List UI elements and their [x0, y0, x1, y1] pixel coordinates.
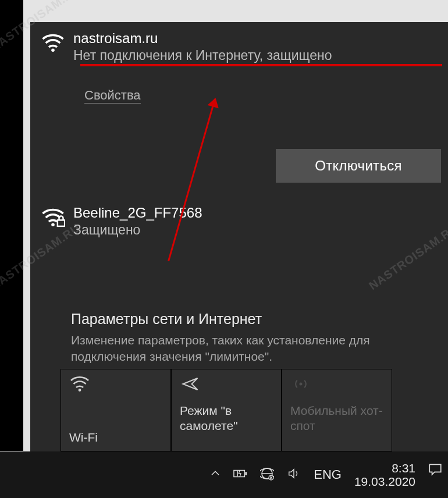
tray-power-icon[interactable] [233, 468, 247, 481]
hotspot-icon [290, 375, 383, 403]
tray-volume-icon[interactable] [287, 467, 301, 482]
tile-mobile-hotspot[interactable]: Мобильный хот-спот [282, 369, 392, 451]
settings-description: Изменение параметров, таких как установл… [71, 332, 438, 365]
network-item-available[interactable]: Beeline_2G_FF7568 Защищено [30, 199, 448, 255]
tile-wifi[interactable]: Wi-Fi [61, 369, 171, 451]
connection-status: Защищено [73, 222, 438, 238]
airplane-icon [180, 375, 273, 403]
svg-point-4 [300, 383, 303, 386]
network-item-connected[interactable]: nastroisam.ru Нет подключения к Интернет… [30, 22, 448, 114]
tray-action-center-icon[interactable] [427, 462, 443, 479]
tile-label: Режим "в самолете" [180, 403, 273, 434]
network-flyout: nastroisam.ru Нет подключения к Интернет… [30, 22, 448, 451]
wifi-connected-icon [41, 30, 73, 54]
wifi-secured-icon [41, 205, 73, 228]
properties-link[interactable]: Свойства [84, 88, 141, 104]
tray-network-icon[interactable] [260, 467, 274, 483]
tray-time: 8:31 [392, 461, 415, 475]
tile-label: Мобильный хот-спот [290, 403, 383, 434]
svg-rect-6 [246, 472, 247, 475]
ssid-label: Beeline_2G_FF7568 [73, 205, 438, 221]
quick-action-tiles: Wi-Fi Режим "в самолете" [61, 369, 448, 451]
connection-status: Нет подключения к Интернету, защищено [73, 48, 438, 63]
taskbar: ENG 8:31 19.03.2020 [0, 451, 448, 498]
ssid-label: nastroisam.ru [73, 30, 438, 47]
tray-chevron-up-icon[interactable] [210, 468, 221, 481]
tray-date: 19.03.2020 [354, 475, 415, 488]
svg-point-0 [51, 48, 55, 52]
network-settings-section[interactable]: Параметры сети и Интернет Изменение пара… [61, 301, 448, 365]
svg-rect-2 [58, 220, 65, 226]
tray-clock[interactable]: 8:31 19.03.2020 [354, 461, 415, 488]
wifi-icon [69, 375, 162, 403]
disconnect-button[interactable]: Отключиться [276, 149, 441, 183]
settings-title: Параметры сети и Интернет [71, 311, 438, 328]
tray-language-indicator[interactable]: ENG [314, 467, 342, 482]
tile-label: Wi-Fi [69, 430, 162, 445]
system-tray: ENG 8:31 19.03.2020 [210, 451, 415, 498]
svg-point-3 [79, 389, 81, 392]
tile-airplane-mode[interactable]: Режим "в самолете" [171, 369, 282, 451]
annotation-underline [80, 64, 442, 66]
svg-point-1 [51, 223, 55, 226]
